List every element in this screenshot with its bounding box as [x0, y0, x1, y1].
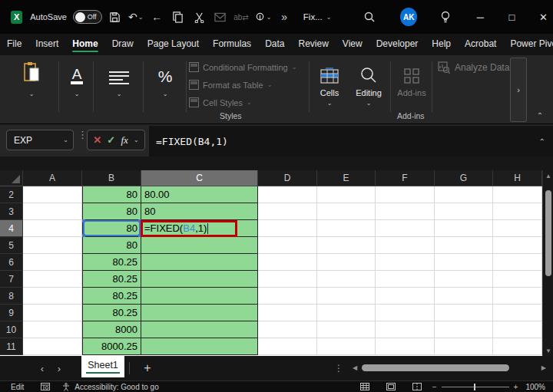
avatar[interactable]: AK	[400, 8, 416, 26]
cell-A11[interactable]	[23, 338, 82, 355]
zoom-in-icon[interactable]: +	[514, 383, 518, 391]
cell-A3[interactable]	[23, 203, 82, 220]
scroll-right-icon[interactable]: ▶	[541, 364, 546, 371]
cell-A10[interactable]	[23, 321, 82, 338]
lightbulb-icon[interactable]	[440, 11, 451, 23]
zoom-slider[interactable]	[442, 383, 509, 391]
cell-G5[interactable]	[435, 237, 493, 254]
cell-E9[interactable]	[317, 305, 376, 321]
cell-H7[interactable]	[493, 271, 542, 288]
cell-F10[interactable]	[376, 321, 435, 338]
cell-A9[interactable]	[23, 305, 82, 321]
scroll-left-icon[interactable]: ◀	[353, 364, 357, 371]
macro-record-icon[interactable]	[41, 383, 50, 390]
cell-D8[interactable]	[258, 288, 317, 305]
cell-F11[interactable]	[376, 338, 435, 355]
cell-C6[interactable]	[141, 254, 258, 271]
document-title[interactable]: Fix...	[303, 12, 323, 21]
scroll-up-icon[interactable]: ▲	[543, 170, 553, 181]
cell-D6[interactable]	[258, 254, 317, 271]
cell-B9[interactable]: 80.25	[82, 305, 141, 321]
cell-F3[interactable]	[376, 203, 435, 220]
cell-H6[interactable]	[493, 254, 542, 271]
sheet-tab-sheet1[interactable]: Sheet1	[81, 356, 124, 377]
minimize-button[interactable]: ─	[471, 6, 490, 28]
name-box[interactable]: EXP ⌄	[6, 130, 74, 150]
cell-F9[interactable]	[376, 305, 435, 321]
sheet-next-icon[interactable]: ›	[51, 363, 68, 374]
cell-C4[interactable]: =FIXED(B4,1)	[141, 220, 258, 237]
cells-group-button[interactable]: Cells ⌄	[312, 58, 347, 107]
close-button[interactable]: ✕	[534, 6, 553, 28]
touch-mode-chevron-icon[interactable]: ⌄	[267, 14, 272, 21]
cell-H5[interactable]	[493, 237, 542, 254]
scroll-down-icon[interactable]: ▼	[543, 345, 553, 356]
back-arrow-icon[interactable]: ←	[149, 7, 165, 27]
cell-B5[interactable]: 80	[82, 237, 141, 254]
search-icon[interactable]	[363, 11, 376, 23]
editing-group-button[interactable]: Editing ⌄	[349, 58, 389, 107]
cell-F6[interactable]	[376, 254, 435, 271]
column-header-B[interactable]: B	[82, 170, 141, 186]
autosave-toggle[interactable]: Off	[73, 10, 102, 24]
cell-E10[interactable]	[317, 321, 376, 338]
cell-C8[interactable]	[141, 288, 258, 305]
zoom-level[interactable]: 100%	[525, 383, 545, 391]
clipboard-group-button[interactable]: ⌄	[8, 58, 55, 97]
cell-H2[interactable]	[493, 186, 542, 203]
cell-G3[interactable]	[435, 203, 493, 220]
cell-C7[interactable]	[141, 271, 258, 288]
cell-C10[interactable]	[141, 321, 258, 338]
tab-acrobat[interactable]: Acrobat	[458, 35, 503, 54]
cell-G2[interactable]	[435, 186, 493, 203]
cell-F7[interactable]	[376, 271, 435, 288]
cell-D11[interactable]	[258, 338, 317, 355]
tab-power-pivot[interactable]: Power Pivot	[503, 35, 553, 54]
cell-G8[interactable]	[435, 288, 493, 305]
cell-C3[interactable]: 80	[141, 203, 258, 220]
cell-A2[interactable]	[23, 186, 82, 203]
cell-F5[interactable]	[376, 237, 435, 254]
cell-D2[interactable]	[258, 186, 317, 203]
row-header-3[interactable]: 3	[0, 203, 23, 220]
collapse-formula-bar-icon[interactable]: ⌃	[539, 137, 545, 146]
cell-B8[interactable]: 80.25	[82, 288, 141, 305]
horizontal-scrollbar-thumb[interactable]	[362, 364, 509, 371]
tab-draw[interactable]: Draw	[105, 35, 141, 54]
column-header-F[interactable]: F	[376, 170, 435, 186]
doc-title-chevron-icon[interactable]: ⌄	[326, 14, 332, 21]
column-header-H[interactable]: H	[493, 170, 542, 186]
tab-page-layout[interactable]: Page Layout	[141, 35, 206, 54]
cell-E3[interactable]	[317, 203, 376, 220]
cell-G4[interactable]	[435, 220, 493, 237]
cut-icon[interactable]	[190, 7, 207, 27]
column-header-D[interactable]: D	[258, 170, 317, 186]
column-header-A[interactable]: A	[23, 170, 82, 186]
row-header-7[interactable]: 7	[0, 271, 23, 288]
cell-E6[interactable]	[317, 254, 376, 271]
cell-F4[interactable]	[376, 220, 435, 237]
vertical-scrollbar-thumb[interactable]	[545, 190, 551, 276]
cell-B7[interactable]: 80.25	[82, 271, 141, 288]
row-header-8[interactable]: 8	[0, 288, 23, 305]
tab-insert[interactable]: Insert	[28, 35, 65, 54]
cell-B10[interactable]: 8000	[82, 321, 141, 338]
cell-B4[interactable]: 80	[82, 220, 141, 237]
cell-D5[interactable]	[258, 237, 317, 254]
cell-C5[interactable]	[141, 237, 258, 254]
cell-E11[interactable]	[317, 338, 376, 355]
row-header-5[interactable]: 5	[0, 237, 23, 254]
cell-B6[interactable]: 80.25	[82, 254, 141, 271]
ribbon-next-page-button[interactable]: ›	[510, 58, 527, 122]
cell-H4[interactable]	[493, 220, 542, 237]
sheet-prev-icon[interactable]: ‹	[34, 363, 51, 374]
alignment-group-button[interactable]: ⌄	[97, 58, 141, 97]
name-box-chevron-icon[interactable]: ⌄	[63, 137, 68, 143]
cell-E7[interactable]	[317, 271, 376, 288]
page-break-view-icon[interactable]	[412, 383, 422, 390]
tab-formulas[interactable]: Formulas	[206, 35, 258, 54]
cell-G6[interactable]	[435, 254, 493, 271]
cell-G11[interactable]	[435, 338, 493, 355]
normal-view-icon[interactable]	[360, 383, 369, 390]
cell-A4[interactable]	[23, 220, 82, 237]
